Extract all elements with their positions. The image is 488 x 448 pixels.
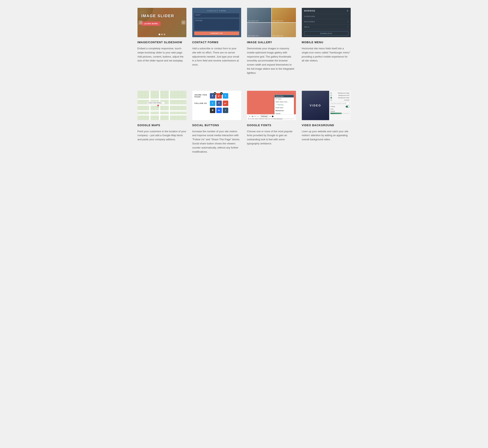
card-desc-slideshow: Embed a completely responsive, touch-swi… — [137, 47, 186, 63]
card-title-mobilemenu: MOBILE MENU — [302, 41, 351, 44]
facebook-follow-icon[interactable]: f — [216, 101, 222, 106]
social-preview: SHARE THIS PAGE! f 192 g+ 47 t — [192, 91, 241, 120]
mm-download-button[interactable]: DOWNLOAD — [304, 31, 348, 36]
map-pin-icon: 📍 — [156, 104, 160, 108]
card-video: VIDEO Background Image Background Color — [302, 91, 351, 154]
vr-color-option[interactable]: Color — [330, 108, 350, 110]
slider-prev-arrow[interactable]: ‹ — [138, 21, 142, 24]
toolbar-icon-3[interactable]: ≡ — [254, 115, 255, 117]
mm-item-features[interactable]: FEATURES ▾ — [302, 19, 351, 24]
card-title-fonts: GOOGLE FONTS — [247, 124, 296, 127]
gallery-caption-1: Type caption here — [248, 20, 259, 22]
vr-overlay-option[interactable]: Overlay — [330, 106, 350, 108]
card-title-social: SOCIAL BUTTONS — [192, 124, 241, 127]
fonts-preview: Source Sans... PT Sans Open Sans Cont...… — [247, 91, 296, 120]
contact-form-preview: CONTACT FORM Name* Message CONTACT US — [192, 8, 241, 37]
radio-bg-video[interactable] — [330, 97, 332, 99]
googleplus-follow-icon[interactable]: g+ — [223, 101, 228, 106]
font-item-montserrat[interactable]: Montserrat — [275, 109, 294, 112]
card-desc-mobilemenu: Horizontal site menu folds itself into a… — [302, 47, 351, 63]
card-slideshow: IMAGE SLIDER LEARN MORE ‹ › IMAGE/CONTEN… — [137, 8, 186, 75]
radio-bg-color[interactable] — [330, 95, 332, 96]
slider-dots — [159, 34, 165, 35]
dot-1[interactable] — [159, 34, 160, 35]
map-place-label: Empire State Building — [147, 102, 165, 104]
card-title-contact: CONTACT FORMS — [192, 41, 241, 44]
social-extra-row: ⌘ Bē t — [195, 108, 239, 113]
gallery-cell-4[interactable]: Type caption here — [272, 23, 296, 37]
toolbar-icon-2[interactable]: ▤ — [252, 115, 253, 117]
vr-bg-image-option[interactable]: Background Image — [330, 92, 350, 94]
map-road-h1 — [137, 99, 186, 100]
toolbar-icon-1[interactable]: ✏ — [249, 115, 250, 117]
vr-opacity-option: Opacity — [330, 111, 350, 112]
extra-icons: ⌘ Bē t — [210, 108, 228, 113]
github-icon[interactable]: ⌘ — [210, 108, 215, 113]
behance-icon[interactable]: Bē — [216, 108, 222, 113]
radio-youtube[interactable] — [330, 99, 332, 101]
slider-preview: IMAGE SLIDER LEARN MORE ‹ › — [137, 8, 186, 37]
slider-heading: IMAGE SLIDER — [141, 14, 174, 18]
card-image-slideshow: IMAGE SLIDER LEARN MORE ‹ › — [137, 8, 186, 37]
opacity-slider[interactable] — [330, 113, 350, 114]
vr-youtube-label: YouTube — [344, 99, 350, 101]
card-title-video: VIDEO BACKGROUND — [302, 124, 351, 127]
font-item-droidsans[interactable]: Droid Sans — [275, 106, 294, 109]
twitter-follow-icon[interactable]: t — [210, 101, 215, 106]
vr-overlay-label: Overlay — [330, 106, 335, 107]
fonts-bottom-text: ite in a few clicks! Mobirise helps you … — [248, 118, 295, 120]
slider-learn-more-button[interactable]: LEARN MORE — [141, 22, 161, 26]
font-item-ptsans[interactable]: PT Sans — [275, 97, 294, 100]
hamburger-icon[interactable]: ≡ — [347, 9, 348, 12]
vr-youtube-option[interactable]: YouTube — [330, 99, 350, 101]
gallery-cell-1[interactable]: Type caption here — [247, 8, 271, 22]
gallery-cell-2[interactable]: Type caption here — [272, 8, 296, 22]
vr-bg-video-option[interactable]: Background Video — [330, 97, 350, 99]
card-contact: CONTACT FORM Name* Message CONTACT US CO… — [192, 8, 241, 75]
dot-2[interactable] — [161, 34, 163, 35]
card-mobilemenu: MOBIRISE ≡ OVERVIEW FEATURES ▾ HELP ▾ DO… — [302, 8, 351, 75]
vr-bg-color-option[interactable]: Background Color — [330, 95, 350, 96]
facebook-share-icon[interactable]: f 192 — [210, 93, 215, 99]
overlay-toggle[interactable] — [346, 106, 350, 108]
section-divider — [137, 85, 351, 91]
card-title-slideshow: IMAGE/CONTENT SLIDESHOW — [137, 41, 186, 44]
share-icons: f 192 g+ 47 t — [210, 93, 228, 99]
toolbar-icon-4[interactable]: ≡ — [255, 115, 256, 117]
video-label: VIDEO — [310, 104, 321, 107]
mm-logo: MOBIRISE — [304, 10, 315, 12]
card-fonts: Source Sans... PT Sans Open Sans Cont...… — [247, 91, 296, 154]
mm-item-overview[interactable]: OVERVIEW — [302, 14, 351, 19]
card-maps: Empire State Building 📍 GOOGLE MAPS Poin… — [137, 91, 186, 154]
video-url-input[interactable]: http://www.youtube.com/watd — [330, 102, 350, 104]
cf-message-field[interactable]: Message — [194, 19, 239, 30]
slider-next-arrow[interactable]: › — [182, 21, 185, 24]
mm-item-help[interactable]: HELP ▾ — [302, 24, 351, 30]
toolbar-icon-5[interactable]: ⇤ — [258, 115, 259, 117]
cf-name-field[interactable]: Name* — [194, 13, 239, 18]
card-desc-contact: Add a subscribe or contact form to your … — [192, 47, 241, 67]
feature-grid-row2: Empire State Building 📍 GOOGLE MAPS Poin… — [137, 91, 351, 154]
gallery-caption-3: Type caption here — [248, 35, 259, 36]
googleplus-count-badge: 47 — [220, 92, 223, 95]
font-item-opensans[interactable]: Open Sans Cont... — [275, 100, 294, 103]
gallery-cell-3[interactable]: Type caption here — [247, 23, 271, 37]
vr-bg-color-label: Background Color — [338, 95, 349, 96]
video-settings-panel: Background Image Background Color Backgr… — [329, 91, 351, 120]
social-follow-row: FOLLOW US t f g+ — [195, 101, 239, 106]
map-road-h4 — [137, 114, 186, 115]
vr-bg-video-label: Background Video — [338, 97, 349, 98]
mobile-menu-preview: MOBIRISE ≡ OVERVIEW FEATURES ▾ HELP ▾ DO… — [302, 8, 351, 37]
facebook-count-badge: 192 — [214, 92, 216, 95]
fonts-dropdown-title: Source Sans... — [275, 95, 294, 97]
color-picker-icon[interactable] — [272, 116, 273, 117]
cf-submit-button[interactable]: CONTACT US — [194, 32, 239, 35]
dot-3[interactable] — [164, 34, 165, 35]
radio-bg-image[interactable] — [330, 92, 332, 94]
tumblr-icon[interactable]: t — [223, 108, 228, 113]
twitter-share-icon[interactable]: t — [223, 93, 228, 99]
map-road-h2 — [137, 104, 186, 106]
video-preview: VIDEO Background Image Background Color — [302, 91, 351, 120]
font-item-raleway[interactable]: ✓ Raleway — [275, 103, 294, 106]
googleplus-share-icon[interactable]: g+ 47 — [216, 93, 222, 99]
